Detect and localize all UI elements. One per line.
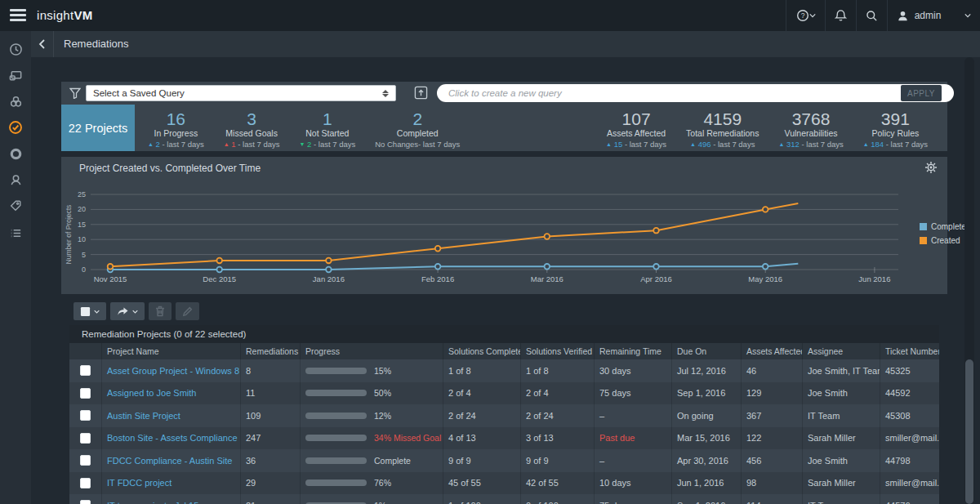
app-logo[interactable]: insightVM	[37, 8, 93, 22]
table-row[interactable]: Austin Site Project10912%2 of 242 of 24–…	[69, 404, 939, 427]
stat-delta-suffix: - last 7 days	[163, 140, 204, 149]
projects-count-badge[interactable]: 22 Projects	[61, 105, 135, 151]
stat-label: Total Remediations	[686, 128, 759, 138]
edit-button[interactable]	[176, 302, 199, 320]
checkbox-icon	[80, 306, 91, 317]
delete-button[interactable]	[149, 302, 172, 320]
help-icon: ?	[796, 9, 809, 22]
select-stepper-icon	[382, 90, 389, 97]
svg-text:15: 15	[78, 221, 86, 229]
help-button[interactable]: ?	[786, 0, 825, 31]
progress-cell: 1%	[301, 494, 443, 504]
progress-cell: Complete	[301, 449, 443, 472]
legend-label: Created	[931, 236, 960, 245]
ticket-number-cell: 44576	[880, 494, 939, 504]
sidebar-item-assets[interactable]	[0, 64, 31, 87]
stat-label: Vulnerabilities	[778, 128, 843, 138]
progress-bar	[305, 435, 367, 441]
save-query-icon[interactable]	[414, 86, 428, 100]
remaining-time-cell: –	[595, 404, 672, 427]
saved-query-value: Select a Saved Query	[93, 88, 185, 98]
sidebar-item-vulnerabilities[interactable]	[0, 90, 31, 113]
breadcrumb-bar: Remediations	[0, 31, 980, 57]
search-button[interactable]	[856, 0, 887, 31]
sidebar-item-reports[interactable]	[0, 221, 31, 244]
project-name-link[interactable]: Assigned to Joe Smith	[107, 388, 196, 398]
logo-bold: VM	[74, 8, 92, 22]
project-name-link[interactable]: IT team project - Jul 15	[107, 501, 198, 504]
svg-text:0: 0	[82, 265, 86, 274]
scrollbar-thumb[interactable]	[965, 359, 973, 504]
assets-affected-cell: 114	[742, 494, 803, 504]
remediations-cell: 11	[241, 382, 301, 405]
table-toolbar	[74, 302, 199, 320]
stat-label: In Progress	[148, 128, 204, 138]
table-row[interactable]: FDCC Compliance - Austin Site36Complete9…	[69, 449, 939, 472]
column-header-assignee[interactable]: Assignee	[803, 343, 880, 359]
table-row[interactable]: IT FDCC project2976%45 of 5542 of 5510 d…	[69, 472, 939, 495]
column-header-solutions-verified[interactable]: Solutions Verified	[521, 343, 595, 359]
solutions-completed-cell: 45 of 55	[443, 472, 521, 495]
gear-icon[interactable]	[924, 161, 938, 174]
stat-total-remediations: 4159Total Remediations▲ 496 - last 7 day…	[676, 105, 768, 151]
row-checkbox[interactable]	[80, 455, 91, 466]
menu-icon[interactable]	[10, 9, 26, 22]
solutions-completed-cell: 4 of 13	[443, 427, 521, 450]
svg-text:10: 10	[78, 235, 86, 243]
column-header-remediations[interactable]: Remediations	[241, 343, 301, 359]
row-checkbox[interactable]	[80, 410, 91, 421]
column-header-ticket-number[interactable]: Ticket Number	[880, 343, 939, 359]
row-checkbox[interactable]	[80, 478, 91, 488]
svg-text:?: ?	[800, 11, 804, 20]
stat-value: 4159	[686, 109, 759, 128]
share-button[interactable]	[110, 302, 145, 320]
column-header-assets-affected[interactable]: Assets Affected	[742, 343, 803, 359]
select-all-button[interactable]	[74, 302, 106, 320]
row-checkbox[interactable]	[80, 433, 91, 444]
sidebar-item-remediations[interactable]	[0, 116, 31, 139]
row-checkbox[interactable]	[80, 365, 91, 376]
svg-text:Mar 2016: Mar 2016	[531, 274, 564, 283]
table-row[interactable]: Asset Group Project - Windows 8815%1 of …	[69, 359, 939, 382]
column-header-solutions-completed[interactable]: Solutions Completed	[443, 343, 521, 359]
remediation-projects-table: Remediation Projects (0 of 22 selected) …	[69, 325, 939, 504]
column-header-progress[interactable]: Progress	[301, 343, 443, 359]
assignee-cell: Joe Smith, IT Team	[803, 359, 880, 382]
apply-button[interactable]: APPLY	[901, 85, 942, 101]
sidebar-item-tags[interactable]	[0, 194, 31, 217]
project-name-link[interactable]: Boston Site - Assets Compliance	[107, 433, 238, 443]
column-header-due-on[interactable]: Due On	[672, 343, 742, 359]
stat-vulnerabilities: 3768Vulnerabilities▲ 312 - last 7 days	[768, 105, 853, 151]
row-checkbox[interactable]	[80, 388, 91, 399]
stat-delta-suffix: - last 7 days	[314, 140, 355, 149]
table-row[interactable]: IT team project - Jul 15211%1 of 1000 of…	[69, 494, 939, 504]
saved-query-select[interactable]: Select a Saved Query	[86, 85, 396, 101]
table-row[interactable]: Assigned to Joe Smith1150%2 of 42 of 475…	[69, 382, 939, 405]
assets-affected-cell: 46	[742, 359, 803, 382]
notifications-button[interactable]	[825, 0, 856, 31]
project-name-link[interactable]: Asset Group Project - Windows 8	[107, 366, 239, 376]
sidebar-item-history[interactable]	[0, 38, 31, 60]
stat-value: 2	[375, 109, 460, 128]
filter-icon	[69, 87, 81, 99]
table-row[interactable]: Boston Site - Assets Compliance24734% Mi…	[69, 427, 939, 450]
ticket-number-cell: 44798	[880, 449, 939, 472]
row-checkbox[interactable]	[80, 500, 91, 504]
back-button[interactable]	[31, 31, 54, 57]
sidebar-item-policies[interactable]	[0, 142, 31, 165]
progress-bar	[305, 368, 367, 374]
stat-value: 3	[224, 109, 280, 128]
project-name-link[interactable]: FDCC Compliance - Austin Site	[107, 456, 232, 466]
user-menu[interactable]: admin	[887, 0, 980, 31]
donut-icon	[9, 147, 23, 161]
project-name-link[interactable]: Austin Site Project	[107, 411, 180, 421]
remaining-time-cell: 75 days	[595, 494, 672, 504]
column-header-project-name[interactable]: Project Name	[102, 343, 241, 359]
svg-text:Feb 2016: Feb 2016	[421, 274, 454, 283]
column-header-remaining-time[interactable]: Remaining Time	[595, 343, 672, 359]
new-query-input[interactable]	[437, 84, 954, 102]
project-name-link[interactable]: IT FDCC project	[107, 478, 172, 488]
due-on-cell: Apr 30, 2016	[672, 449, 742, 472]
solutions-completed-cell: 2 of 4	[443, 382, 521, 405]
sidebar-item-goals[interactable]	[0, 168, 31, 191]
